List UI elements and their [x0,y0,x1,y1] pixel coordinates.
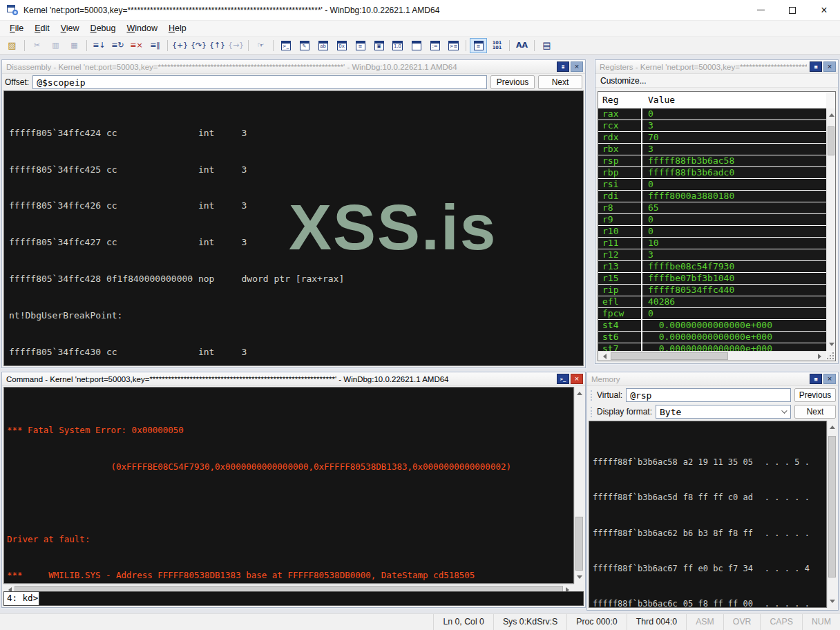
status-process: Proc 000:0 [566,614,626,630]
command-vertical-scrollbar[interactable] [574,387,584,584]
register-row[interactable]: r11 10 [598,238,826,249]
close-button[interactable]: × [808,0,840,20]
menu-window[interactable]: Window [121,21,162,37]
status-cursor-position: Ln 0, Col 0 [433,614,493,630]
value-column-header: Value [642,92,675,108]
open-file-button[interactable]: ▨ [3,38,21,53]
toolbar-icon: ▤ [542,40,551,50]
register-row[interactable]: rax 0 [598,108,826,120]
registers-table: Reg Value rax 0 rcx 3 rdx 70 [598,91,836,361]
register-row[interactable]: rsi 0 [598,179,826,191]
callstack-window-button[interactable]: ▣ [370,38,388,53]
register-row[interactable]: rip fffff80534ffc440 [598,285,826,296]
offset-input[interactable] [32,75,487,89]
disassembly-pane-titlebar[interactable]: Disassembly - Kernel 'net:port=50003,key… [2,60,585,74]
registers-pane-titlebar[interactable]: Registers - Kernel 'net:port=50003,key=*… [595,60,838,74]
watch-window-button[interactable]: ✎ [296,38,313,53]
display-format-label: Display format: [597,407,652,417]
options-button[interactable]: ▤ [538,38,555,53]
dock-icon[interactable]: ≣ [557,61,569,72]
register-row[interactable]: r13 ffffbe08c54f7930 [598,261,826,273]
command-window-button[interactable]: >_ [277,38,294,53]
stop-debugging-button[interactable]: ≡× [128,38,145,53]
memory-101-button[interactable]: 101 101 [488,38,506,53]
register-row[interactable]: r12 3 [598,249,826,261]
memory-ascii: . . . . . [765,493,810,502]
command-browser-button[interactable]: >≡ [445,38,462,53]
register-row[interactable]: st4 0.00000000000000e+000 [598,320,826,332]
memory-vertical-scrollbar[interactable] [827,421,837,608]
step-into-button[interactable]: {+} [171,38,189,53]
register-row[interactable]: r15 ffffbe07bf3b1040 [598,273,826,285]
command-output[interactable]: *** Fatal System Error: 0x00000050 (0xFF… [3,387,574,584]
run-to-cursor-button[interactable]: {→} [227,38,245,53]
close-pane-icon[interactable]: × [823,374,836,384]
go-button[interactable]: ≡↓ [90,38,108,53]
menu-file[interactable]: File [4,21,29,37]
registers-body[interactable]: rax 0 rcx 3 rdx 70 rbx 3 [598,108,826,351]
menu-edit[interactable]: Edit [29,21,55,37]
registers-vertical-scrollbar[interactable] [826,108,835,351]
register-row[interactable]: rcx 3 [598,120,826,132]
register-row[interactable]: efl 40286 [598,296,826,308]
restart-button[interactable]: ≡↻ [109,38,126,53]
processes-window-button[interactable]: := [426,38,443,53]
memory-row: fffff88f`b3b6ac6c05 f8 ff ff 00. . . . . [593,600,826,608]
register-row[interactable]: rdi ffff8000a3880180 [598,191,826,202]
menu-view[interactable]: View [55,21,85,37]
dock-icon[interactable]: >_ [557,374,569,384]
break-button[interactable]: ≡‖ [146,38,164,53]
memory-content[interactable]: fffff88f`b3b6ac58a2 19 11 35 05. . . 5 .… [589,421,827,608]
register-row[interactable]: rsp fffff88fb3b6ac58 [598,155,826,167]
command-input[interactable] [39,591,584,606]
registers-window-button[interactable]: 0x [333,38,350,53]
close-pane-icon[interactable]: × [823,61,836,72]
scratchpad-window-button[interactable] [408,38,425,53]
memory-previous-button[interactable]: Previous [794,388,836,402]
previous-button[interactable]: Previous [490,75,535,89]
maximize-button[interactable] [776,0,808,20]
cut-button[interactable]: ✂ [28,38,46,53]
virtual-address-input[interactable] [626,388,791,402]
menu-debug[interactable]: Debug [85,21,122,37]
dock-icon[interactable]: ▦ [810,61,822,72]
dock-icon[interactable]: ▦ [810,374,822,384]
copy-button[interactable]: ▥ [47,38,64,53]
disassembly-window-button[interactable]: 1.0 [389,38,406,53]
command-line: *** WMILIB.SYS - Address FFFFF80538DB138… [7,571,573,580]
memory-window-button[interactable]: ≡ [352,38,369,53]
close-pane-icon[interactable]: × [571,61,583,72]
memory-next-button[interactable]: Next [794,405,836,419]
register-row[interactable]: st6 0.00000000000000e+000 [598,332,826,343]
step-out-button[interactable]: {↑} [209,38,226,53]
register-row[interactable]: r10 0 [598,226,826,238]
toolbar-separator [509,40,510,51]
register-value: 10 [642,238,659,249]
minimize-button[interactable] [745,0,776,20]
memory-pane-titlebar[interactable]: Memory ▦ × [587,372,838,386]
next-button[interactable]: Next [538,75,582,89]
registers-horizontal-scrollbar[interactable] [598,351,826,361]
step-over-button[interactable]: {↷} [190,38,207,53]
register-name: rbp [598,167,642,178]
register-row[interactable]: st7 0.00000000000000e+000 [598,343,826,351]
register-value: fffff88fb3b6ac58 [642,155,734,166]
register-row[interactable]: r9 0 [598,214,826,226]
customize-button[interactable]: Customize... [595,74,838,88]
breakpoint-hand-button[interactable]: ☞ [252,38,269,53]
register-row[interactable]: fpcw 0 [598,308,826,320]
resize-grip[interactable] [827,352,834,360]
toolbar-separator [86,40,87,51]
paste-button[interactable]: ▦ [66,38,83,53]
command-pane-titlebar[interactable]: Command - Kernel 'net:port=50003,key=***… [2,372,585,386]
register-row[interactable]: rbx 3 [598,144,826,155]
close-pane-icon[interactable]: × [571,374,583,384]
source-mode-toggle[interactable]: ≡ [470,38,487,53]
register-row[interactable]: r8 65 [598,202,826,214]
register-row[interactable]: rdx 70 [598,132,826,144]
menu-help[interactable]: Help [163,21,192,37]
font-button[interactable]: AA [513,38,531,53]
locals-window-button[interactable]: ab [314,38,332,53]
register-row[interactable]: rbp fffff88fb3b6adc0 [598,167,826,179]
display-format-select[interactable]: Byte [656,405,791,419]
